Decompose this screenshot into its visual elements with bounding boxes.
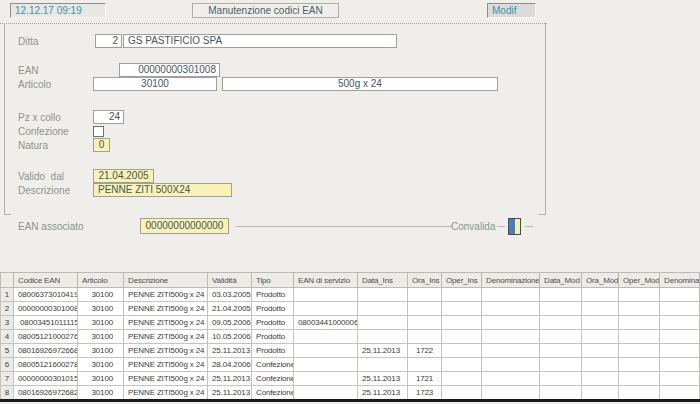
cell-oper-mod — [619, 302, 660, 316]
column-header-ean_di_servizio: EAN di servizio — [294, 273, 358, 288]
cell-validita: 25.11.2013 — [208, 372, 252, 386]
descrizione-field[interactable]: PENNE ZITI 500X24 — [93, 183, 232, 197]
descrizione-text: PENNE ZITI — [128, 318, 171, 327]
cell-denominazione-mod — [660, 386, 700, 400]
ean-associato-field[interactable]: 00000000000000 — [140, 218, 229, 234]
cell-denominazione-ins — [482, 330, 540, 344]
cell-oper-ins — [442, 288, 482, 302]
cell-codice-ean: 08016926972682 — [14, 386, 78, 400]
ean-table: Codice EANArticoloDescrizioneValiditàTip… — [0, 272, 700, 400]
cell-ean-di-servizio — [294, 372, 358, 386]
modif-button[interactable]: Modif — [487, 3, 536, 18]
cell-oper-mod — [619, 386, 660, 400]
cell-denominazione-ins — [482, 372, 540, 386]
cell-data-ins — [358, 316, 408, 330]
cell-data-ins — [358, 288, 408, 302]
cell-articolo: 30100 — [78, 344, 124, 358]
ditta-code-field[interactable]: 2 — [95, 34, 122, 48]
cell-n: 5 — [1, 344, 14, 358]
cell-denominazione-ins — [482, 358, 540, 372]
cell-data-ins: 25.11.2013 — [358, 372, 408, 386]
valido-dal-label: Valido dal — [18, 170, 64, 183]
cell-data-ins: 25.11.2013 — [358, 386, 408, 400]
cell-tipo: Confezione — [252, 358, 294, 372]
ean-label: EAN — [18, 64, 39, 77]
cell-validita: 10.05.2006 — [208, 330, 252, 344]
cell-n: 2 — [1, 302, 14, 316]
table-row[interactable]: 10800637301041930100PENNE ZITI500g x 240… — [1, 288, 700, 302]
cell-validita: 03.03.2005 — [208, 288, 252, 302]
cell-codice-ean: 08006373010419 — [14, 288, 78, 302]
articolo-description-field[interactable]: PENNE ZITI 500g x 24 — [222, 77, 498, 91]
formato-text: 500g x 24 — [171, 346, 205, 355]
cell-ora-ins — [408, 288, 442, 302]
descrizione-text: PENNE ZITI — [128, 374, 171, 383]
column-header-descrizione: Descrizione — [124, 273, 208, 288]
cell-articolo: 30100 — [78, 316, 124, 330]
table-row[interactable]: 20000000030100830100PENNE ZITI500g x 242… — [1, 302, 700, 316]
formato-text: 500g x 24 — [171, 360, 205, 369]
cell-ora-mod — [582, 288, 619, 302]
cell-data-mod — [540, 344, 582, 358]
column-header-denominazione_ins: Denominazione — [482, 273, 540, 288]
cell-data-mod — [540, 386, 582, 400]
convalida-field[interactable] — [508, 218, 521, 235]
column-header-codice_ean: Codice EAN — [14, 273, 78, 288]
column-header-oper_mod: Oper_Mod — [619, 273, 660, 288]
table-row[interactable]: 60800512160027830100PENNE ZITI500g x 242… — [1, 358, 700, 372]
table-row[interactable]: 40800512100027630100PENNE ZITI500g x 241… — [1, 330, 700, 344]
cell-descrizione: PENNE ZITI500g x 24 — [124, 316, 208, 330]
cell-ora-ins: 1722 — [408, 344, 442, 358]
formato-text: 500g x 24 — [171, 290, 205, 299]
cell-validita: 21.04.2005 — [208, 302, 252, 316]
articolo-format-text: 500g x 24 — [338, 78, 382, 90]
cell-descrizione: PENNE ZITI500g x 24 — [124, 330, 208, 344]
cell-oper-mod — [619, 372, 660, 386]
cell-ean-di-servizio — [294, 344, 358, 358]
column-header-data_ins: Data_Ins — [358, 273, 408, 288]
cell-descrizione: PENNE ZITI500g x 24 — [124, 302, 208, 316]
cell-ean-di-servizio — [294, 302, 358, 316]
cell-data-ins — [358, 358, 408, 372]
descrizione-text: PENNE ZITI — [128, 346, 171, 355]
confezione-checkbox[interactable] — [93, 126, 104, 137]
valido-dal-field[interactable]: 21.04.2005 — [93, 169, 154, 183]
cell-oper-mod — [619, 288, 660, 302]
articolo-code-field[interactable]: 30100 — [93, 77, 217, 91]
cell-data-mod — [540, 288, 582, 302]
cell-denominazione-ins — [482, 344, 540, 358]
ditta-label: Ditta — [18, 35, 39, 48]
cell-tipo: Confezione — [252, 386, 294, 400]
table-row[interactable]: 70000000030101530100PENNE ZITI500g x 242… — [1, 372, 700, 386]
cell-n: 7 — [1, 372, 14, 386]
convalida-dash-right — [525, 226, 533, 227]
natura-field[interactable]: 0 — [93, 138, 110, 152]
separator-line — [236, 226, 452, 227]
cell-ora-ins: 1723 — [408, 386, 442, 400]
table-row[interactable]: 50801692697266830100PENNE ZITI500g x 242… — [1, 344, 700, 358]
cell-data-ins: 25.11.2013 — [358, 344, 408, 358]
cell-denominazione-mod — [660, 316, 700, 330]
cell-denominazione-mod — [660, 330, 700, 344]
cell-descrizione: PENNE ZITI500g x 24 — [124, 288, 208, 302]
pz-x-collo-field[interactable]: 24 — [93, 110, 124, 124]
table-row[interactable]: 80801692697268230100PENNE ZITI500g x 242… — [1, 386, 700, 400]
cell-codice-ean: 00000000301008 — [14, 302, 78, 316]
ditta-name-field[interactable]: GS PASTIFICIO SPA — [123, 34, 397, 48]
cell-ean-di-servizio — [294, 358, 358, 372]
cell-articolo: 30100 — [78, 302, 124, 316]
cell-oper-mod — [619, 358, 660, 372]
table-row[interactable]: 3 0800345101111530100PENNE ZITI500g x 24… — [1, 316, 700, 330]
ean-field[interactable]: 00000000301008 — [119, 63, 220, 77]
formato-text: 500g x 24 — [171, 388, 205, 397]
cell-denominazione-mod — [660, 344, 700, 358]
column-header-tipo: Tipo — [252, 273, 294, 288]
cell-ean-di-servizio: 08003441000006 — [294, 316, 358, 330]
formato-text: 500g x 24 — [171, 332, 205, 341]
cell-oper-mod — [619, 316, 660, 330]
cell-n: 3 — [1, 316, 14, 330]
descrizione-text: PENNE ZITI — [128, 290, 171, 299]
cell-codice-ean: 08005121000276 — [14, 330, 78, 344]
cell-codice-ean: 08005121600278 — [14, 358, 78, 372]
column-header-oper_ins: Oper_Ins — [442, 273, 482, 288]
